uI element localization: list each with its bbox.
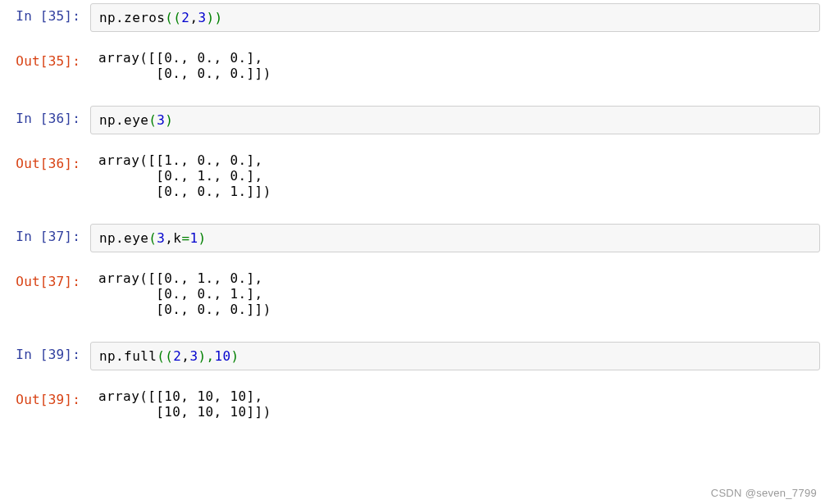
code-output: array([[10, 10, 10], [10, 10, 10]]) bbox=[90, 387, 820, 423]
input-cell: In [39]:np.full((2,3),10) bbox=[0, 340, 825, 385]
code-token: 1 bbox=[189, 230, 198, 246]
code-token: 3 bbox=[157, 230, 165, 246]
code-token: np.eye bbox=[99, 112, 148, 128]
output-cell: Out[39]:array([[10, 10, 10], [10, 10, 10… bbox=[0, 385, 825, 443]
code-token: , bbox=[189, 10, 198, 25]
in-prompt: In [39]: bbox=[0, 340, 90, 369]
in-prompt: In [36]: bbox=[0, 104, 90, 133]
code-token: 3 bbox=[189, 348, 198, 364]
code-token: ), bbox=[198, 348, 214, 364]
code-token: 3 bbox=[157, 112, 165, 128]
code-token: np.full bbox=[99, 348, 157, 364]
code-token: np.zeros bbox=[99, 10, 165, 25]
code-token: ( bbox=[148, 230, 157, 246]
code-token: , bbox=[181, 348, 189, 364]
code-token: ( bbox=[148, 112, 157, 128]
code-input[interactable]: np.eye(3) bbox=[90, 106, 820, 134]
output-cell: Out[37]:array([[0., 1., 0.], [0., 0., 1.… bbox=[0, 267, 825, 340]
code-token: np.eye bbox=[99, 230, 148, 246]
out-prompt: Out[35]: bbox=[0, 47, 90, 75]
code-token: 2 bbox=[181, 10, 189, 25]
input-cell: In [36]:np.eye(3) bbox=[0, 104, 825, 149]
input-cell: In [37]:np.eye(3,k=1) bbox=[0, 222, 825, 267]
code-token: (( bbox=[157, 348, 173, 364]
code-input[interactable]: np.eye(3,k=1) bbox=[90, 224, 820, 252]
input-cell: In [35]:np.zeros((2,3)) bbox=[0, 2, 825, 47]
code-token: ) bbox=[198, 230, 206, 246]
code-output: array([[0., 1., 0.], [0., 0., 1.], [0., … bbox=[90, 269, 820, 320]
out-prompt: Out[36]: bbox=[0, 149, 90, 178]
code-output: array([[1., 0., 0.], [0., 1., 0.], [0., … bbox=[90, 151, 820, 202]
code-token: 10 bbox=[215, 348, 231, 364]
code-output: array([[0., 0., 0.], [0., 0., 0.]]) bbox=[90, 48, 820, 84]
code-token: 2 bbox=[173, 348, 181, 364]
code-input[interactable]: np.full((2,3),10) bbox=[90, 342, 820, 370]
in-prompt: In [35]: bbox=[0, 2, 90, 30]
code-token: ) bbox=[231, 348, 239, 364]
out-prompt: Out[37]: bbox=[0, 267, 90, 296]
output-cell: Out[36]:array([[1., 0., 0.], [0., 1., 0.… bbox=[0, 149, 825, 222]
code-token: )) bbox=[206, 10, 222, 25]
code-token: ) bbox=[165, 112, 173, 128]
in-prompt: In [37]: bbox=[0, 222, 90, 251]
code-input[interactable]: np.zeros((2,3)) bbox=[90, 3, 820, 32]
code-token: = bbox=[181, 230, 189, 246]
code-token: 3 bbox=[198, 10, 206, 25]
output-cell: Out[35]:array([[0., 0., 0.], [0., 0., 0.… bbox=[0, 47, 825, 104]
code-token: ,k bbox=[165, 230, 181, 246]
code-token: (( bbox=[165, 10, 181, 25]
out-prompt: Out[39]: bbox=[0, 385, 90, 414]
